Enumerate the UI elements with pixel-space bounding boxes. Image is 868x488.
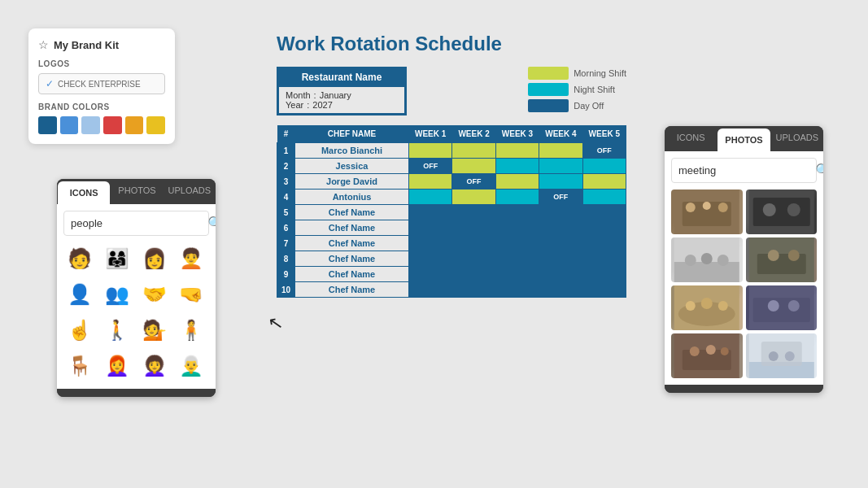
chef-name-8[interactable]: Chef Name (295, 251, 409, 267)
cell-row3-week3[interactable] (495, 174, 539, 190)
cell-row5-week2[interactable] (452, 205, 495, 220)
chef-name-10[interactable]: Chef Name (295, 282, 409, 298)
cell-row3-week2[interactable]: OFF (452, 174, 495, 190)
color-swatch-yellow[interactable] (146, 116, 165, 134)
cell-row2-week2[interactable] (452, 159, 495, 174)
cell-row7-week4[interactable] (539, 236, 582, 251)
cell-row4-week2[interactable] (452, 190, 495, 205)
icon-cell-1[interactable]: 🧑 (63, 242, 96, 275)
cell-row6-week3[interactable] (495, 220, 539, 236)
cell-row4-week3[interactable] (495, 190, 539, 205)
chef-name-3[interactable]: Jorge David (295, 174, 409, 190)
cell-row3-week1[interactable] (409, 174, 452, 190)
cell-row8-week1[interactable] (409, 251, 452, 267)
color-swatch-blue-dark[interactable] (38, 116, 57, 134)
photo-6[interactable] (746, 285, 818, 330)
search-input[interactable] (71, 217, 207, 229)
photo-3[interactable] (671, 237, 743, 282)
icon-cell-10[interactable]: 🚶 (101, 314, 133, 346)
cell-row2-week4[interactable] (539, 159, 582, 174)
cell-row9-week2[interactable] (452, 267, 495, 282)
icon-cell-5[interactable]: 👤 (63, 278, 96, 311)
cell-row3-week4[interactable] (539, 174, 582, 190)
cell-row8-week5[interactable] (582, 251, 626, 267)
icon-cell-15[interactable]: 👩‍🦱 (138, 350, 171, 382)
tab-icons[interactable]: ICONS (58, 181, 110, 204)
cell-row10-week5[interactable] (582, 282, 626, 298)
icon-cell-8[interactable]: 🤜 (175, 278, 207, 311)
cell-row7-week1[interactable] (409, 236, 452, 251)
photo-2[interactable] (746, 190, 818, 234)
cell-row5-week5[interactable] (582, 205, 626, 220)
icon-cell-2[interactable]: 👨‍👩‍👧 (101, 242, 133, 275)
icon-cell-16[interactable]: 👨‍🦳 (175, 350, 207, 382)
photo-search-button[interactable]: 🔍 (815, 163, 823, 178)
cell-row8-week4[interactable] (539, 251, 582, 267)
icon-cell-9[interactable]: ☝️ (63, 314, 96, 346)
photo-5[interactable] (671, 285, 743, 330)
cell-row9-week1[interactable] (409, 267, 452, 282)
cell-row10-week2[interactable] (452, 282, 495, 298)
chef-name-6[interactable]: Chef Name (295, 220, 409, 236)
chef-name-2[interactable]: Jessica (295, 159, 409, 174)
cell-row6-week2[interactable] (452, 220, 495, 236)
color-swatch-blue[interactable] (60, 116, 79, 134)
search-button[interactable]: 🔍 (207, 216, 216, 231)
color-swatch-red[interactable] (103, 116, 122, 134)
cell-row2-week1[interactable]: OFF (409, 159, 452, 174)
photos-tab-photos[interactable]: PHOTOS (718, 129, 770, 151)
cell-row1-week3[interactable] (495, 143, 539, 159)
icon-cell-11[interactable]: 💁 (138, 314, 171, 346)
cell-row4-week4[interactable]: OFF (539, 190, 582, 205)
cell-row1-week1[interactable] (409, 143, 452, 159)
check-enterprise-button[interactable]: ✓ CHECK ENTERPRISE (38, 73, 165, 94)
cell-row8-week2[interactable] (452, 251, 495, 267)
cell-row8-week3[interactable] (495, 251, 539, 267)
chef-name-9[interactable]: Chef Name (295, 267, 409, 282)
cell-row9-week3[interactable] (495, 267, 539, 282)
cell-row6-week4[interactable] (539, 220, 582, 236)
cell-row10-week3[interactable] (495, 282, 539, 298)
cell-row3-week5[interactable] (582, 174, 626, 190)
icon-cell-4[interactable]: 🧑‍🦱 (175, 242, 207, 275)
icon-cell-6[interactable]: 👥 (101, 278, 133, 311)
photo-1[interactable] (671, 190, 743, 234)
cell-row4-week1[interactable] (409, 190, 452, 205)
cell-row10-week4[interactable] (539, 282, 582, 298)
cell-row5-week3[interactable] (495, 205, 539, 220)
cell-row6-week1[interactable] (409, 220, 452, 236)
chef-name-7[interactable]: Chef Name (295, 236, 409, 251)
icon-cell-14[interactable]: 👩‍🦰 (101, 350, 133, 382)
cell-row10-week1[interactable] (409, 282, 452, 298)
cell-row4-week5[interactable] (582, 190, 626, 205)
tab-uploads[interactable]: UPLOADS (164, 179, 216, 204)
tab-photos[interactable]: PHOTOS (111, 179, 163, 204)
cell-row2-week5[interactable] (582, 159, 626, 174)
photos-tab-icons[interactable]: ICONS (665, 126, 717, 151)
cell-row5-week4[interactable] (539, 205, 582, 220)
cell-row1-week5[interactable]: OFF (582, 143, 626, 159)
photo-4[interactable] (746, 237, 818, 282)
chef-name-4[interactable]: Antonius (295, 190, 409, 205)
cell-row1-week2[interactable] (452, 143, 495, 159)
cell-row2-week3[interactable] (495, 159, 539, 174)
photo-8[interactable] (746, 333, 818, 378)
cell-row7-week2[interactable] (452, 236, 495, 251)
icon-cell-12[interactable]: 🧍 (175, 314, 207, 346)
photo-search-input[interactable] (678, 164, 815, 176)
icon-cell-3[interactable]: 👩 (138, 242, 171, 275)
cell-row9-week4[interactable] (539, 267, 582, 282)
cell-row5-week1[interactable] (409, 205, 452, 220)
cell-row6-week5[interactable] (582, 220, 626, 236)
photo-7[interactable] (671, 333, 743, 378)
cell-row9-week5[interactable] (582, 267, 626, 282)
color-swatch-blue-light[interactable] (81, 116, 100, 134)
chef-name-5[interactable]: Chef Name (295, 205, 409, 220)
cell-row7-week3[interactable] (495, 236, 539, 251)
photos-tab-uploads[interactable]: UPLOADS (771, 126, 823, 151)
cell-row7-week5[interactable] (582, 236, 626, 251)
cell-row1-week4[interactable] (539, 143, 582, 159)
icon-cell-13[interactable]: 🪑 (63, 350, 96, 382)
icon-cell-7[interactable]: 🤝 (138, 278, 171, 311)
chef-name-1[interactable]: Marco Bianchi (295, 143, 409, 159)
